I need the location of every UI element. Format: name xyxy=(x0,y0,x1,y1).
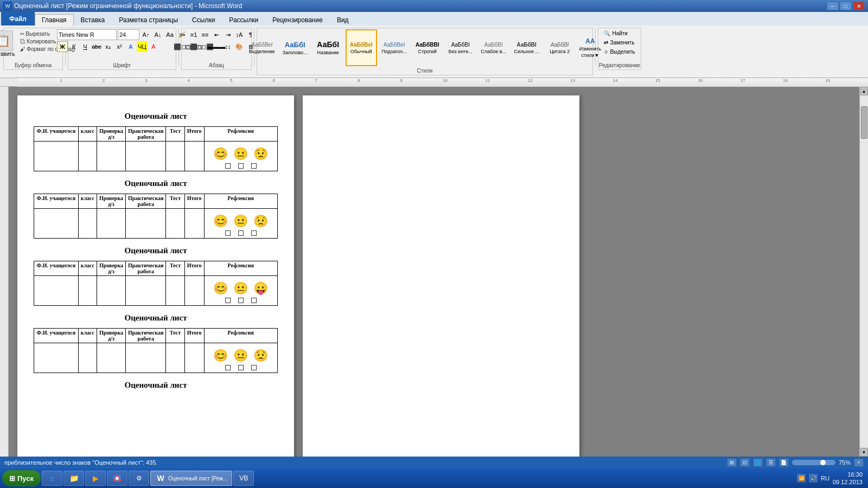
cell-proverka-1 xyxy=(97,142,125,171)
scrollbar-up-button[interactable]: ▲ xyxy=(860,87,868,95)
outline-view-button[interactable]: ☰ xyxy=(766,458,776,467)
tab-home[interactable]: Главная xyxy=(35,14,74,26)
start-button[interactable]: ⊞ Пуск xyxy=(2,470,41,486)
style-vydelenie[interactable]: АаБбВеI Выделение xyxy=(246,29,278,66)
checkbox-2a[interactable] xyxy=(225,230,231,236)
checkbox-3c[interactable] xyxy=(251,298,257,303)
emoji-row-1: 😊 😐 😟 xyxy=(213,147,268,161)
strikethrough-button[interactable]: abc xyxy=(91,41,102,52)
decrease-indent-button[interactable]: ⇤ xyxy=(211,29,222,40)
draft-view-button[interactable]: 📄 xyxy=(779,458,789,467)
web-view-button[interactable]: 🌐 xyxy=(753,458,763,467)
system-tray: 📶 🔊 RU 16:30 09.12.2013 xyxy=(794,471,866,486)
checkbox-1b[interactable] xyxy=(238,163,244,169)
tab-review[interactable]: Рецензирование xyxy=(265,14,330,25)
col-header-klass-4: класс xyxy=(78,329,97,343)
justify-button[interactable]: ▬▬▬ xyxy=(211,41,222,52)
maximize-button[interactable]: □ xyxy=(840,2,852,10)
close-button[interactable]: ✕ xyxy=(853,2,865,10)
checkbox-3b[interactable] xyxy=(238,298,244,303)
taskbar-explorer-button[interactable]: 📁 xyxy=(63,471,84,486)
style-strogiy[interactable]: АаБбВВI Строгий xyxy=(412,29,443,66)
zoom-button[interactable]: + xyxy=(854,458,864,467)
style-bez-inte[interactable]: АаБбВI Без инте... xyxy=(445,29,476,66)
grow-font-button[interactable]: A↑ xyxy=(141,29,151,40)
tab-mailings[interactable]: Рассылки xyxy=(222,14,265,25)
font-row-1: A↑ A↓ Аа 🧹 xyxy=(57,29,187,40)
zoom-handle[interactable] xyxy=(820,460,826,465)
checkbox-1c[interactable] xyxy=(251,163,257,169)
cell-fio-2 xyxy=(34,209,79,239)
shrink-font-button[interactable]: A↓ xyxy=(152,29,163,40)
multilevel-list-button[interactable]: ≡≡ xyxy=(200,29,210,40)
print-layout-view-button[interactable]: ⊞ xyxy=(727,458,737,467)
taskbar-media-button[interactable]: ▶ xyxy=(85,471,106,486)
taskbar-settings-button[interactable]: ⚙ xyxy=(129,471,149,486)
find-button[interactable]: 🔍 Найти xyxy=(602,29,637,37)
minimize-button[interactable]: ─ xyxy=(827,2,839,10)
taskbar-ie-button[interactable]: e xyxy=(42,471,62,486)
select-button[interactable]: ⊹ Выделить xyxy=(602,48,637,56)
vertical-scrollbar[interactable]: ▲ ▼ xyxy=(859,87,868,457)
font-name-input[interactable] xyxy=(57,29,117,40)
sort-button[interactable]: ↕A xyxy=(234,29,245,40)
zoom-level: 75% xyxy=(839,459,851,466)
style-citata2[interactable]: АаБбВI Цитата 2 xyxy=(544,29,576,66)
document-area[interactable]: Оценочный лист Ф.И. учащегося класс Пров… xyxy=(9,87,859,457)
checkbox-4a[interactable] xyxy=(225,365,231,370)
style-zagolovok[interactable]: АаБбI Заголово... xyxy=(279,29,311,66)
tab-file[interactable]: Файл xyxy=(1,12,35,25)
zoom-slider[interactable] xyxy=(792,460,835,465)
taskbar-chrome-button[interactable] xyxy=(107,471,127,486)
replace-button[interactable]: ⇄ Заменить xyxy=(602,38,637,47)
tab-references[interactable]: Ссылки xyxy=(185,14,222,25)
tab-insert[interactable]: Вставка xyxy=(74,14,112,25)
cell-proverka-4 xyxy=(97,343,125,373)
tab-page-layout[interactable]: Разметка страницы xyxy=(112,14,185,25)
col-header-itogo-1: Итого xyxy=(184,127,204,142)
checkbox-2c[interactable] xyxy=(251,230,257,236)
increase-indent-button[interactable]: ⇥ xyxy=(222,29,233,40)
style-slaboe-v[interactable]: АаБбВI Слабое в... xyxy=(478,29,509,66)
underline-button[interactable]: Ч xyxy=(80,41,91,52)
superscript-button[interactable]: x² xyxy=(114,41,125,52)
font-size-input[interactable] xyxy=(118,29,139,40)
cell-klass-1 xyxy=(78,142,97,171)
clock-time: 16:30 xyxy=(833,471,863,478)
bullets-button[interactable]: ≡• xyxy=(177,29,188,40)
style-nazvanie[interactable]: АаБбI Название xyxy=(312,29,344,66)
font-color-button[interactable]: А xyxy=(148,41,159,52)
scrollbar-down-button[interactable]: ▼ xyxy=(860,448,868,457)
cell-refleks-1: 😊 😐 😟 xyxy=(204,142,277,171)
taskbar-word-button[interactable]: W Оценочный лист [Реж... xyxy=(150,471,232,486)
checkbox-3a[interactable] xyxy=(225,298,231,303)
full-screen-view-button[interactable]: ⊡ xyxy=(740,458,750,467)
scrollbar-thumb[interactable] xyxy=(861,106,867,139)
checkbox-2b[interactable] xyxy=(238,230,244,236)
paste-button[interactable]: 📋 Вставить xyxy=(0,29,17,58)
taskbar-vb-button[interactable]: VB xyxy=(233,471,254,486)
table-row: 😊 😐 😛 xyxy=(34,276,278,306)
style-obychny[interactable]: АаБбВеI Обычный xyxy=(346,29,377,66)
numbering-button[interactable]: ≡1 xyxy=(188,29,199,40)
cell-klass-2 xyxy=(78,209,97,239)
text-effects-button[interactable]: A xyxy=(125,41,136,52)
checkbox-1a[interactable] xyxy=(225,163,231,169)
window-controls: ─ □ ✕ xyxy=(827,2,865,10)
checkbox-4b[interactable] xyxy=(238,365,244,370)
checkbox-4c[interactable] xyxy=(251,365,257,370)
col-header-klass-3: класс xyxy=(78,261,97,276)
style-silnoe[interactable]: АаБбВI Сильное ... xyxy=(511,29,542,66)
subscript-button[interactable]: x₂ xyxy=(103,41,113,52)
italic-button[interactable]: К xyxy=(68,41,79,52)
line-spacing-button[interactable]: ↕↕ xyxy=(222,41,233,52)
highlight-button[interactable]: ЧЦ xyxy=(137,41,148,52)
font-row-2: Ж К Ч abc x₂ x² A ЧЦ А xyxy=(57,41,187,52)
change-case-button[interactable]: Аа xyxy=(164,29,175,40)
tab-view[interactable]: Вид xyxy=(330,14,356,25)
style-podzag[interactable]: АаБбВеI Подзагол... xyxy=(379,29,410,66)
styles-group-title: Стили xyxy=(257,68,592,74)
shading-button[interactable]: 🎨 xyxy=(234,41,245,52)
vb-icon: VB xyxy=(238,473,249,484)
bold-button[interactable]: Ж xyxy=(57,41,68,52)
